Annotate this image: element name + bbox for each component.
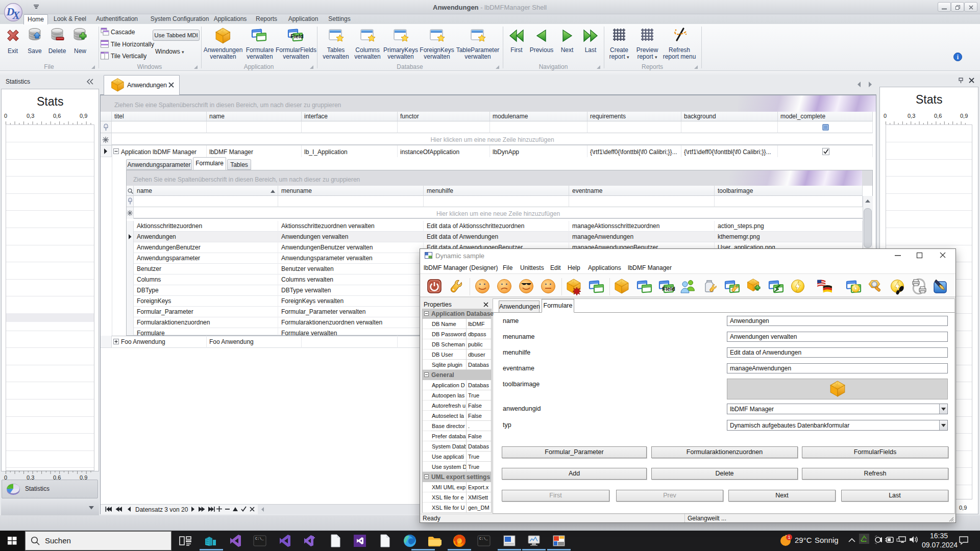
svg-text:Field: Field <box>662 286 675 292</box>
svg-text:Field: Field <box>290 33 304 39</box>
svg-text:C:\_: C:\_ <box>255 537 264 541</box>
svg-text:X: X <box>12 9 20 21</box>
svg-text:C:\_: C:\_ <box>479 537 488 541</box>
svg-text:1: 1 <box>788 535 790 540</box>
